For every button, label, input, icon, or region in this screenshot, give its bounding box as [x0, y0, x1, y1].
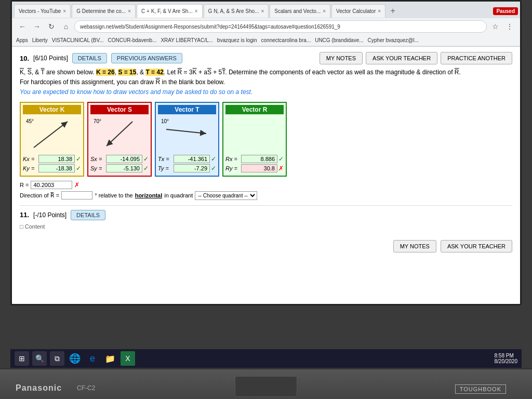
question10-points: [6/10 Points]	[33, 55, 68, 62]
bottom-my-notes-button[interactable]: MY NOTES	[393, 240, 436, 252]
bookmark-apps[interactable]: Apps	[16, 37, 28, 43]
forward-button[interactable]: →	[31, 20, 43, 33]
sx-check-icon: ✓	[143, 155, 149, 163]
kx-input[interactable]	[38, 155, 75, 163]
ask-teacher-button[interactable]: ASK YOUR TEACHER	[366, 52, 437, 64]
vector-t-svg	[164, 119, 210, 150]
taskbar-time: 8:58 PM 8/20/2020	[495, 353, 518, 364]
r-magnitude-input[interactable]	[31, 181, 72, 189]
previous-answers-button[interactable]: PREVIOUS ANSWERS	[111, 53, 182, 63]
tab-active[interactable]: C + K, F, & V Are Sh... ×	[137, 4, 203, 18]
home-button[interactable]: ⌂	[60, 20, 72, 33]
app-chrome[interactable]: 🌐	[68, 351, 82, 366]
vector-s-box: Vector S 70°	[87, 102, 152, 177]
refresh-button[interactable]: ↻	[45, 20, 58, 33]
horizontal-label: horizontal	[135, 192, 163, 198]
app-edge[interactable]: e	[85, 351, 100, 366]
ky-input[interactable]	[38, 164, 75, 172]
tx-label: Tx =	[158, 156, 172, 162]
ry-input[interactable]	[241, 164, 277, 172]
content-label: □ Content	[20, 223, 512, 230]
note-text: You are expected to know how to draw vec…	[20, 88, 252, 96]
direction-input[interactable]	[61, 191, 92, 200]
back-button[interactable]: ←	[16, 20, 29, 33]
vector-r-box: Vector R Rx = ✓ Ry = ✗	[222, 102, 287, 177]
brand-text: Panasonic	[16, 383, 62, 393]
model-text: CF-C2	[77, 384, 95, 392]
vector-k-box: Vector K 45°	[20, 102, 84, 177]
sy-label: Sy =	[90, 165, 105, 171]
bookmark-connectcarolina[interactable]: connectcarolina bra...	[261, 37, 311, 43]
tab-scalars[interactable]: Scalars and Vecto... ×	[270, 4, 330, 18]
tx-check-icon: ✓	[211, 155, 216, 163]
bookmark-liberty[interactable]: Liberty	[32, 37, 48, 43]
address-input[interactable]	[74, 20, 487, 33]
t-value: T = 42	[145, 69, 163, 76]
my-notes-button[interactable]: MY NOTES	[320, 52, 363, 64]
bookmark-bvazquez[interactable]: bvazquez is login	[217, 37, 257, 43]
vector-t-components: Tx = ✓ Ty = ✓	[158, 155, 216, 172]
tab-nas[interactable]: G N, A, & S Are Sho... ×	[204, 4, 269, 18]
ty-label: Ty =	[158, 165, 172, 171]
tab-close-youtube[interactable]: ×	[63, 8, 66, 14]
tab-calculator[interactable]: Vector Calculator ×	[331, 4, 385, 18]
quadrant-select[interactable]: -- Choose quadrant -- I II III IV	[195, 191, 257, 200]
search-button[interactable]: 🔍	[32, 351, 47, 366]
new-tab-button[interactable]: +	[387, 5, 399, 17]
screen: Vectors - YouTube × G Determine the co..…	[10, 0, 522, 305]
app-excel[interactable]: X	[121, 351, 135, 366]
ty-check-icon: ✓	[211, 165, 216, 172]
bookmark-cypher[interactable]: Cypher bvazquez@l...	[368, 37, 419, 43]
question11-header: 11. [-/10 Points] DETAILS	[20, 210, 512, 220]
tab-close-determine[interactable]: ×	[128, 8, 131, 14]
k-value: K = 26	[96, 69, 115, 76]
bookmark-uncg[interactable]: UNCG (brandidave...	[315, 37, 363, 43]
tab-determine[interactable]: G Determine the co... ×	[72, 4, 136, 18]
vector-s-diagram: 70°	[90, 116, 149, 153]
touchpad[interactable]	[235, 376, 297, 397]
bottom-ask-teacher-button[interactable]: ASK YOUR TEACHER	[441, 240, 512, 252]
question11-details-button[interactable]: DETAILS	[71, 210, 105, 220]
direction-row: Direction of R̅ = ° relative to the hori…	[20, 191, 512, 200]
taskbar: ⊞ 🔍 ⧉ 🌐 e 📁 X 8:58 PM 8/20/2020	[10, 349, 522, 368]
bookmark-vistaclinical[interactable]: VISTACLINICAL (BV...	[52, 37, 104, 43]
rx-input[interactable]	[241, 155, 277, 163]
vector-t-box: Vector T 10°	[155, 102, 219, 177]
kx-label: Kx =	[23, 156, 37, 162]
vector-k-diagram: 45°	[23, 116, 81, 153]
tx-input[interactable]	[174, 155, 210, 163]
hardcopy-text: For hardcopies of this assignment, you c…	[20, 78, 225, 86]
laptop-base: Panasonic CF-C2 TOUGHBOOK	[0, 368, 532, 399]
tab-youtube[interactable]: Vectors - YouTube ×	[14, 4, 71, 18]
sy-check-icon: ✓	[143, 165, 149, 172]
vector-k-components: Kx = ✓ Ky = ✓	[23, 155, 81, 172]
practice-another-button[interactable]: PRACTICE ANOTHER	[441, 52, 512, 64]
problem-intro: K, S, & T are shown below. K = 26, S = 1…	[20, 69, 461, 76]
toughbook-badge: TOUGHBOOK	[455, 384, 506, 394]
quadrant-label: in quadrant	[164, 192, 193, 198]
sy-input[interactable]	[106, 164, 142, 172]
vector-t-angle: 10°	[161, 118, 169, 124]
vector-s-components: Sx = ✓ Sy = ✓	[90, 155, 149, 172]
sx-row: Sx = ✓	[90, 155, 149, 163]
taskbar-right: 8:58 PM 8/20/2020	[495, 353, 518, 364]
bookmark-xray[interactable]: XRAY LIBERTYAC/L...	[161, 37, 212, 43]
ty-row: Ty = ✓	[158, 164, 216, 172]
menu-button[interactable]: ⋮	[503, 20, 516, 33]
sx-input[interactable]	[106, 155, 142, 163]
task-view-button[interactable]: ⧉	[50, 351, 64, 366]
laptop-frame: Vectors - YouTube × G Determine the co..…	[0, 0, 532, 399]
details-button[interactable]: DETAILS	[72, 53, 107, 63]
question11-points: [-/10 Points]	[33, 211, 66, 219]
star-button[interactable]: ☆	[489, 20, 501, 33]
tab-close-active[interactable]: ×	[195, 8, 198, 14]
vectors-container: Vector K 45°	[20, 102, 512, 177]
ty-input[interactable]	[174, 164, 210, 172]
bookmark-concur[interactable]: CONCUR-bdavenb...	[108, 37, 156, 43]
tab-close-nas[interactable]: ×	[261, 8, 264, 14]
tab-close-calculator[interactable]: ×	[378, 8, 381, 14]
start-button[interactable]: ⊞	[15, 351, 29, 366]
tab-close-scalars[interactable]: ×	[323, 8, 326, 14]
app-folder[interactable]: 📁	[103, 351, 117, 366]
page-content: 10. [6/10 Points] DETAILS PREVIOUS ANSWE…	[12, 47, 520, 294]
